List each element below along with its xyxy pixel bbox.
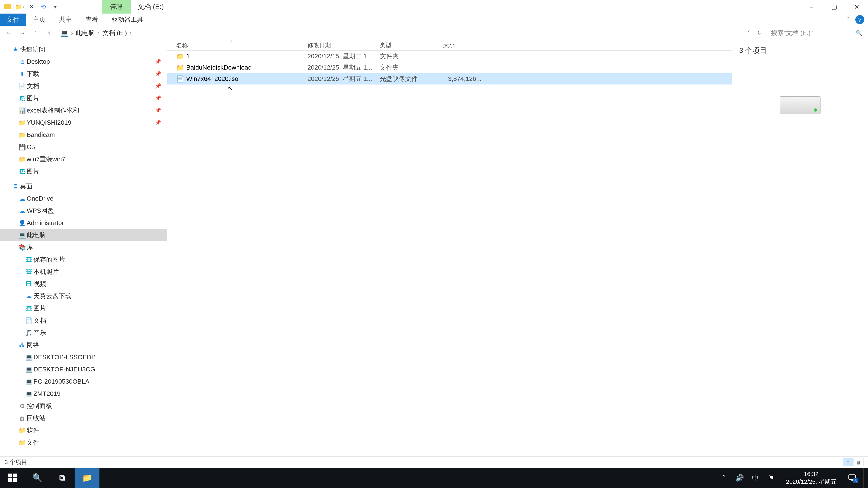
nav-item[interactable]: 🗑回收站	[0, 412, 167, 424]
context-tab-manage[interactable]: 管理	[102, 0, 131, 13]
nav-item-label: OneDrive	[27, 195, 53, 202]
nav-item[interactable]: 📁YUNQISHI2019📌	[0, 117, 167, 129]
qat-undo-icon[interactable]: ⟲	[37, 0, 49, 13]
ribbon-tab-share[interactable]: 共享	[53, 13, 79, 26]
file-row[interactable]: 📄Win7x64_2020.iso2020/12/25, 星期五 1...光盘映…	[167, 73, 732, 85]
breadcrumb-crumb-1[interactable]: 文档 (E:)	[101, 29, 128, 37]
file-name: Win7x64_2020.iso	[186, 75, 307, 83]
nav-item[interactable]: ⬇下载📌	[0, 68, 167, 80]
help-icon[interactable]: ?	[855, 15, 864, 24]
nav-item-label: 库	[27, 243, 33, 252]
nav-item[interactable]: 🖼保存的图片	[0, 254, 167, 266]
nav-network[interactable]: 🖧 网络	[0, 339, 167, 351]
nav-item[interactable]: 💻PC-20190530OBLA	[0, 376, 167, 388]
nav-item[interactable]: 💻ZMT2019	[0, 388, 167, 400]
nav-up-button[interactable]: ↑	[43, 27, 55, 39]
minimize-button[interactable]: –	[800, 0, 823, 13]
tray-ime-icon[interactable]: 中	[750, 473, 761, 483]
taskbar-explorer-icon[interactable]: 📁	[74, 468, 99, 488]
nav-item[interactable]: 📊excel表格制作求和📌	[0, 104, 167, 117]
nav-item-label: 文档	[33, 316, 46, 325]
nav-item-label: 视频	[33, 280, 46, 288]
nav-item-icon: 💻	[24, 354, 33, 361]
nav-back-button[interactable]: ←	[3, 27, 14, 39]
column-header-date[interactable]: 修改日期	[307, 41, 380, 49]
nav-item[interactable]: ☁OneDrive	[0, 193, 167, 205]
nav-item[interactable]: 💻此电脑	[0, 229, 167, 241]
nav-item[interactable]: 📁文件	[0, 436, 167, 449]
column-header-size[interactable]: 大小	[443, 41, 482, 49]
nav-item[interactable]: 🎵音乐	[0, 327, 167, 339]
show-desktop-button[interactable]	[864, 468, 866, 488]
pin-icon: 📌	[155, 95, 161, 101]
nav-item[interactable]: 📁Bandicam	[0, 129, 167, 141]
navigation-pane[interactable]: ★ 快速访问 🖥Desktop📌⬇下载📌📄文档📌🖼图片📌📊excel表格制作求和…	[0, 40, 167, 456]
search-input[interactable]: 搜索"文档 (E:)" 🔍	[768, 28, 865, 38]
ribbon-expand-icon[interactable]: ˅	[844, 15, 852, 24]
ribbon-tab-drive-tools[interactable]: 驱动器工具	[105, 13, 150, 26]
svg-rect-3	[8, 478, 12, 482]
nav-item[interactable]: 💻DESKTOP-NJEU3CG	[0, 363, 167, 376]
close-button[interactable]: ✕	[845, 0, 868, 13]
qat-app-icon[interactable]	[2, 0, 13, 13]
nav-item[interactable]: 🖼图片	[0, 165, 167, 177]
breadcrumb[interactable]: 💻 › 此电脑 › 文档 (E:) ›	[57, 28, 742, 38]
nav-item[interactable]: 💻DESKTOP-LSSOEDP	[0, 351, 167, 363]
column-header-type[interactable]: 类型	[380, 41, 443, 49]
nav-item-label: excel表格制作求和	[27, 106, 79, 115]
nav-item[interactable]: 📄文档📌	[0, 80, 167, 92]
nav-recent-dropdown[interactable]: ˅	[30, 27, 41, 39]
nav-item[interactable]: 👤Administrator	[0, 217, 167, 229]
nav-item[interactable]: 🖼本机照片	[0, 266, 167, 278]
nav-item[interactable]: 📚库	[0, 241, 167, 254]
qat-delete-icon[interactable]: ✕	[26, 0, 37, 13]
start-button[interactable]	[0, 468, 25, 488]
nav-item[interactable]: 📁软件	[0, 424, 167, 436]
view-large-icons-icon[interactable]: ▦	[854, 458, 864, 466]
nav-item[interactable]: ⚙控制面板	[0, 400, 167, 412]
tray-overflow-icon[interactable]: ˄	[718, 474, 730, 482]
nav-item[interactable]: ☁WPS网盘	[0, 205, 167, 217]
nav-item[interactable]: 🖼图片	[0, 302, 167, 315]
nav-desktop[interactable]: 🖥 桌面	[0, 180, 167, 193]
qat-properties-icon[interactable]: 📁✔	[14, 0, 26, 13]
nav-item[interactable]: 📁win7重装win7	[0, 153, 167, 165]
nav-item[interactable]: 💾G:\	[0, 141, 167, 153]
file-row[interactable]: 📁BaiduNetdiskDownload2020/12/25, 星期五 1..…	[167, 62, 732, 73]
nav-quick-access[interactable]: ★ 快速访问	[0, 43, 167, 56]
nav-item[interactable]: 📄文档	[0, 315, 167, 327]
title-bar: 📁✔ ✕ ⟲ ▾ 管理 文档 (E:) – ▢ ✕	[0, 0, 868, 13]
taskbar-search-icon[interactable]: 🔍	[25, 468, 50, 488]
ribbon-tab-home[interactable]: 主页	[26, 13, 53, 26]
file-row[interactable]: 📁12020/12/15, 星期二 1...文件夹	[167, 51, 732, 62]
qat-customize-icon[interactable]: ▾	[49, 0, 61, 13]
nav-item[interactable]: 🎞视频	[0, 278, 167, 290]
breadcrumb-sep: ›	[130, 29, 132, 37]
nav-item-icon: 💻	[24, 390, 33, 397]
column-header-name[interactable]: 名称	[176, 41, 307, 49]
taskbar-taskview-icon[interactable]: ⧉	[50, 468, 74, 488]
action-center-icon[interactable]: 3	[845, 471, 859, 485]
taskbar-clock[interactable]: 16:32 2020/12/25, 星期五	[781, 470, 841, 486]
ribbon-tab-file[interactable]: 文件	[0, 13, 26, 26]
nav-item[interactable]: ☁天翼云盘下载	[0, 290, 167, 302]
address-dropdown-icon[interactable]: ˅	[744, 28, 754, 38]
nav-item-icon: ⬇	[18, 70, 27, 77]
system-tray: ˄ 🔊 中 ⚑ 16:32 2020/12/25, 星期五 3	[718, 468, 868, 488]
nav-item[interactable]: 🖥Desktop📌	[0, 56, 167, 68]
view-details-icon[interactable]: ≡	[843, 458, 853, 466]
refresh-icon[interactable]: ↻	[754, 28, 765, 38]
nav-item[interactable]: 🖼图片📌	[0, 92, 167, 104]
nav-item-label: 控制面板	[27, 402, 52, 410]
file-icon: 📁	[176, 53, 186, 60]
window-title: 文档 (E:)	[131, 0, 170, 13]
file-type: 光盘映像文件	[380, 74, 443, 83]
breadcrumb-pc-icon[interactable]: 💻	[59, 29, 70, 37]
tray-volume-icon[interactable]: 🔊	[734, 474, 745, 482]
maximize-button[interactable]: ▢	[823, 0, 845, 13]
ribbon-tab-view[interactable]: 查看	[79, 13, 105, 26]
search-icon[interactable]: 🔍	[856, 30, 862, 36]
breadcrumb-crumb-0[interactable]: 此电脑	[74, 29, 96, 37]
tray-security-icon[interactable]: ⚑	[766, 474, 777, 482]
nav-forward-button[interactable]: →	[16, 27, 28, 39]
